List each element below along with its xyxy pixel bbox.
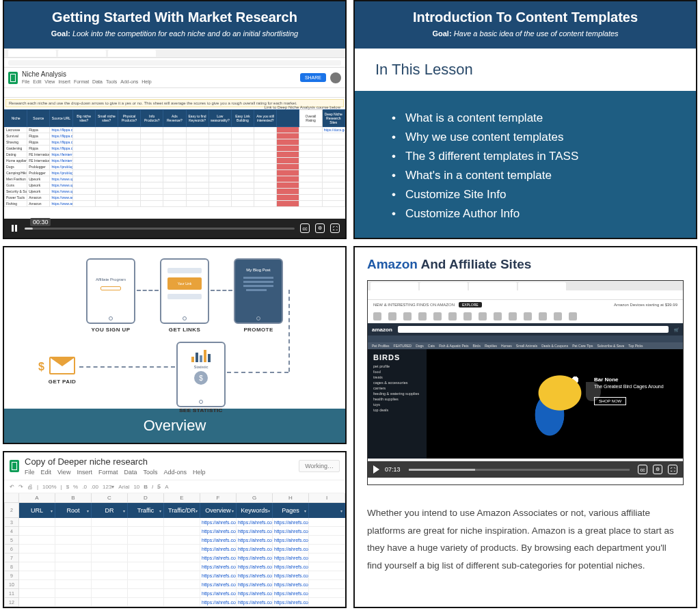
table-body[interactable]: 3https://ahrefs.comhttps://ahrefs.comhtt…: [4, 518, 345, 608]
table-row[interactable]: ShavingFlippahttps://flippa.com/9358893-…: [5, 139, 345, 146]
menu-item[interactable]: Add-ons: [163, 469, 187, 476]
sidebar-link[interactable]: toys: [373, 402, 421, 407]
sidebar-link[interactable]: health supplies: [373, 397, 421, 401]
category-link[interactable]: Reptiles: [485, 344, 497, 348]
browser-url-bar[interactable]: [368, 290, 683, 300]
table-row[interactable]: Power ToolsAmazonhttps://www.amazon.com/…: [5, 195, 345, 201]
table-row[interactable]: GunsUpworkhttps://www.upwork.com/job/Gun…: [5, 182, 345, 189]
shop-now-button[interactable]: SHOP NOW: [594, 397, 626, 405]
column-header[interactable]: Overview▾: [200, 503, 237, 518]
table-row[interactable]: 5https://ahrefs.comhttps://ahrefs.comhtt…: [4, 536, 345, 545]
column-header[interactable]: DR▾: [92, 503, 128, 518]
play-button[interactable]: [373, 465, 379, 474]
sidebar-link[interactable]: food: [373, 370, 421, 374]
document-title[interactable]: Copy of Deeper niche research: [25, 456, 206, 467]
settings-icon[interactable]: ⚙: [653, 465, 662, 474]
cart-icon[interactable]: 🛒: [674, 327, 679, 332]
table-row[interactable]: 9https://ahrefs.comhttps://ahrefs.comhtt…: [4, 571, 345, 580]
column-header[interactable]: Traffic▾: [128, 503, 164, 518]
table-row[interactable]: 6https://ahrefs.comhttps://ahrefs.comhtt…: [4, 545, 345, 554]
category-link[interactable]: Cats: [428, 344, 435, 348]
sheets-toolbar[interactable]: [4, 88, 345, 98]
menu-item[interactable]: Help: [142, 79, 151, 84]
pause-button[interactable]: [10, 223, 19, 233]
sheets-menu-bar[interactable]: FileEditViewInsertFormatDataToolsAdd-ons…: [25, 469, 206, 476]
browser-url-bar[interactable]: [4, 58, 345, 68]
amazon-nav-bar[interactable]: amazon 🛒: [368, 323, 683, 336]
category-link[interactable]: Dogs: [416, 344, 424, 348]
menu-item[interactable]: View: [44, 79, 55, 84]
table-row[interactable]: DogsProbloggerhttps://problogger.com/job…: [5, 164, 345, 170]
category-link[interactable]: Horses: [501, 344, 512, 348]
category-link[interactable]: Deals & Coupons: [541, 344, 568, 348]
birds-sidebar[interactable]: BIRDS pet profilefoodtreatscages & acces…: [368, 349, 427, 459]
share-button[interactable]: SHARE: [300, 73, 326, 82]
browser-tab-strip[interactable]: [4, 49, 345, 58]
cc-button[interactable]: cc: [638, 465, 647, 474]
column-header[interactable]: Pages▾: [273, 503, 309, 518]
table-row[interactable]: 10https://ahrefs.comhttps://ahrefs.comht…: [4, 580, 345, 589]
user-avatar[interactable]: [330, 72, 341, 83]
menu-item[interactable]: File: [25, 469, 35, 476]
menu-item[interactable]: Help: [193, 469, 206, 476]
category-link[interactable]: Birds: [472, 344, 480, 348]
table-row[interactable]: 7https://ahrefs.comhttps://ahrefs.comhtt…: [4, 554, 345, 562]
video-player-controls[interactable]: 07:13 cc ⚙ ⛶: [368, 461, 683, 478]
menu-item[interactable]: Format: [98, 469, 118, 476]
sidebar-link[interactable]: treats: [373, 375, 421, 379]
amazon-category-row[interactable]: Pet ProfilesFEATUREDDogsCatsFish & Aquat…: [368, 342, 683, 349]
column-header[interactable]: Traffic/DR▾: [164, 503, 200, 518]
column-header[interactable]: ▾: [309, 503, 345, 518]
category-link[interactable]: Pet Care Tips: [572, 344, 593, 348]
sidebar-link[interactable]: top deals: [373, 408, 421, 412]
menu-item[interactable]: Data: [124, 469, 137, 476]
document-title[interactable]: Niche Analysis: [22, 71, 152, 78]
video-player-controls[interactable]: 00:30 cc ⚙ ⛶: [4, 219, 345, 238]
video-scrubber[interactable]: 00:30: [25, 228, 295, 230]
menu-item[interactable]: Tools: [106, 79, 117, 84]
category-link[interactable]: Small Animals: [516, 344, 537, 348]
table-row[interactable]: SurvivalFlippahttps://flippa.com/9358735…: [5, 133, 345, 139]
cc-button[interactable]: cc: [300, 223, 310, 233]
category-link[interactable]: Subscribe & Save: [597, 344, 624, 348]
menu-item[interactable]: File: [22, 79, 29, 84]
fullscreen-icon[interactable]: ⛶: [330, 223, 340, 233]
table-row[interactable]: 8https://ahrefs.comhttps://ahrefs.comhtt…: [4, 562, 345, 571]
sidebar-link[interactable]: carriers: [373, 386, 421, 390]
table-row[interactable]: 11https://ahrefs.comhttps://ahrefs.comht…: [4, 589, 345, 598]
amazon-search-input[interactable]: [398, 326, 669, 333]
settings-icon[interactable]: ⚙: [315, 223, 325, 233]
menu-item[interactable]: View: [57, 469, 70, 476]
amazon-subnav[interactable]: [368, 336, 683, 342]
table-row[interactable]: FishingAmazonhttps://www.amazon.com/s/re…: [5, 201, 345, 207]
category-link[interactable]: Top Picks: [628, 344, 643, 348]
menu-item[interactable]: Edit: [41, 469, 52, 476]
column-header[interactable]: Keywords▾: [237, 503, 273, 518]
table-row[interactable]: 13https://ahrefs.comhttps://ahrefs.comht…: [4, 607, 345, 608]
menu-item[interactable]: Data: [92, 79, 103, 84]
table-row[interactable]: DatingFE Internationalhttps://feinternat…: [5, 152, 345, 158]
table-row[interactable]: 12https://ahrefs.comhttps://ahrefs.comht…: [4, 598, 345, 607]
menu-item[interactable]: Tools: [143, 469, 157, 476]
menu-item[interactable]: Add-ons: [120, 79, 138, 84]
table-row[interactable]: 4https://ahrefs.comhttps://ahrefs.comhtt…: [4, 527, 345, 536]
category-link[interactable]: Fish & Aquatic Pets: [439, 344, 468, 348]
menu-item[interactable]: Insert: [58, 79, 70, 84]
menu-item[interactable]: Insert: [77, 469, 92, 476]
table-row[interactable]: LacrosseFlippahttps://flippa.com/8727305…: [5, 127, 345, 133]
table-row[interactable]: 3https://ahrefs.comhttps://ahrefs.comhtt…: [4, 518, 345, 527]
table-row[interactable]: Home appliancesFE Internationalhttps://f…: [5, 158, 345, 164]
category-link[interactable]: Pet Profiles: [372, 344, 390, 348]
sidebar-link[interactable]: pet profile: [373, 364, 421, 368]
category-link[interactable]: FEATURED: [394, 344, 412, 348]
table-row[interactable]: GardeningFlippahttps://flippa.com/935763…: [5, 146, 345, 152]
video-scrubber[interactable]: [409, 469, 630, 471]
sidebar-link[interactable]: cages & accessories: [373, 381, 421, 385]
table-row[interactable]: Security & Surveillance SystemUpworkhttp…: [5, 189, 345, 195]
table-row[interactable]: Camping/HikingProbloggerhttps://problogg…: [5, 170, 345, 176]
niche-analysis-table[interactable]: NicheSourceSource URLBig niche sites?Sma…: [4, 109, 345, 207]
browser-tab-strip[interactable]: [368, 281, 683, 290]
sheets-toolbar[interactable]: ↶↷🖨|100%|$%.0.00123▾Arial10BIS̶A: [4, 480, 345, 493]
amazon-logo[interactable]: amazon: [372, 327, 392, 333]
menu-item[interactable]: Format: [74, 79, 89, 84]
